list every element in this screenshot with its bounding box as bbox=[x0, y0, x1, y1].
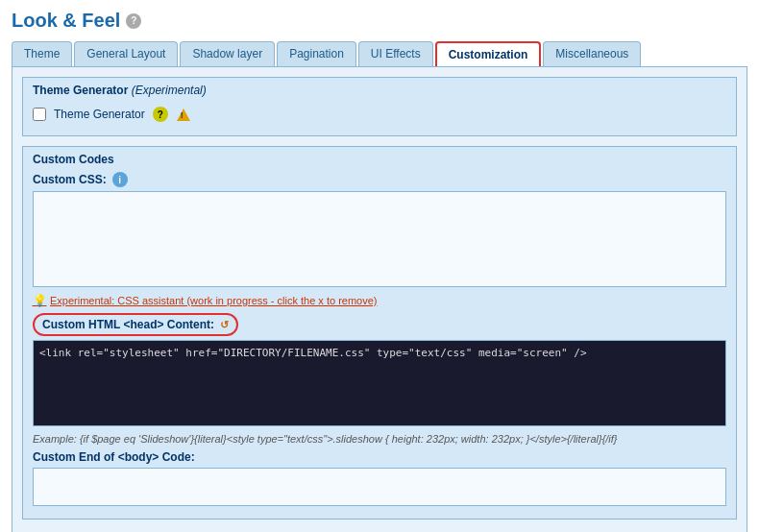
tab-miscellaneous[interactable]: Miscellaneous bbox=[543, 41, 641, 66]
custom-css-textarea[interactable] bbox=[33, 191, 726, 287]
page-title-text: Look & Feel bbox=[12, 10, 120, 32]
custom-codes-section: Custom Codes Custom CSS: i 💡 Experimenta… bbox=[22, 146, 737, 520]
tab-theme[interactable]: Theme bbox=[12, 41, 72, 66]
custom-html-textarea[interactable] bbox=[33, 340, 726, 426]
theme-generator-checkbox[interactable] bbox=[33, 108, 46, 121]
page-container: Look & Feel ? Theme General Layout Shado… bbox=[0, 0, 759, 532]
page-title: Look & Feel ? bbox=[12, 10, 747, 32]
bulb-icon: 💡 bbox=[33, 294, 46, 307]
main-content: Theme Generator (Experimental) Theme Gen… bbox=[12, 66, 747, 532]
tab-ui-effects[interactable]: UI Effects bbox=[358, 41, 433, 66]
tab-customization[interactable]: Customization bbox=[435, 41, 542, 66]
custom-css-label: Custom CSS: i bbox=[33, 172, 726, 187]
custom-html-head-label: Custom HTML <head> Content: ↺ bbox=[33, 313, 238, 336]
custom-end-textarea[interactable] bbox=[33, 468, 726, 506]
help-icon[interactable]: ? bbox=[153, 107, 168, 122]
tab-shadow-layer[interactable]: Shadow layer bbox=[180, 41, 275, 66]
theme-generator-sub: (Experimental) bbox=[132, 84, 207, 97]
arrow-icon: ↺ bbox=[220, 319, 229, 331]
custom-end-label: Custom End of <body> Code: bbox=[33, 450, 726, 464]
tab-pagination[interactable]: Pagination bbox=[277, 41, 356, 66]
custom-codes-legend: Custom Codes bbox=[33, 153, 726, 166]
page-info-icon[interactable]: ? bbox=[126, 13, 141, 29]
theme-generator-row: Theme Generator ? bbox=[33, 103, 726, 126]
custom-css-info-icon[interactable]: i bbox=[112, 172, 128, 187]
experimental-css-link[interactable]: 💡 Experimental: CSS assistant (work in p… bbox=[33, 294, 726, 307]
theme-generator-section: Theme Generator (Experimental) Theme Gen… bbox=[22, 77, 737, 136]
theme-generator-label: Theme Generator bbox=[54, 108, 145, 121]
tab-general-layout[interactable]: General Layout bbox=[74, 41, 178, 66]
tabs-bar: Theme General Layout Shadow layer Pagina… bbox=[12, 41, 747, 66]
theme-generator-legend: Theme Generator (Experimental) bbox=[33, 84, 726, 97]
warning-icon bbox=[176, 107, 191, 122]
example-text: Example: {if $page eq 'Slideshow'}{liter… bbox=[33, 433, 726, 445]
